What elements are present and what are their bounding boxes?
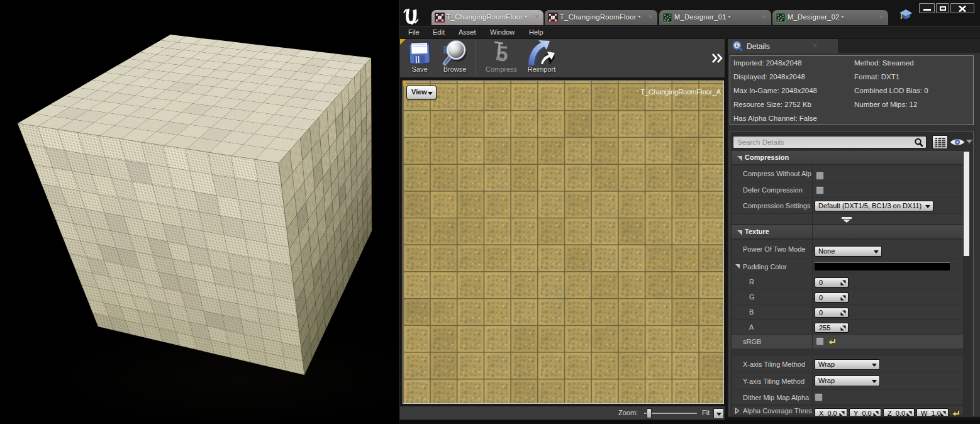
svg-text:5: 5 (496, 41, 509, 65)
